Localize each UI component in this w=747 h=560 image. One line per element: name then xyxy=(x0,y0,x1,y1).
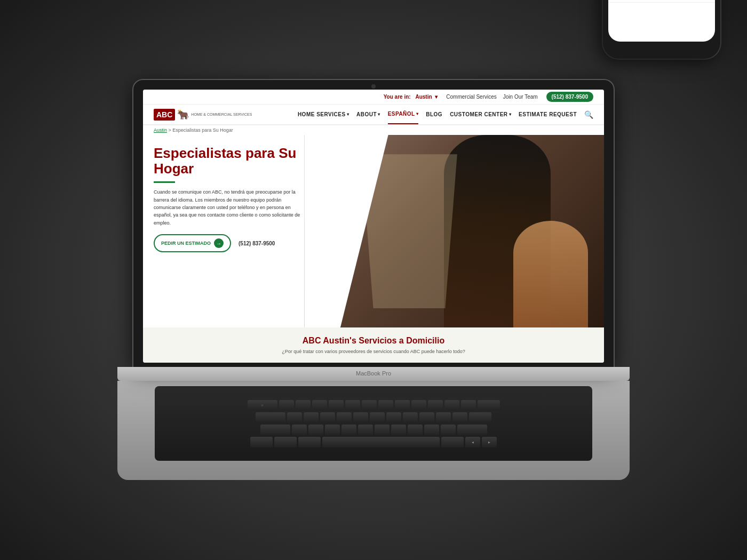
key-j[interactable] xyxy=(386,412,401,423)
nav-links: HOME SERVICES ▾ ABOUT ▾ ESPAÑOL ▾ BLOG xyxy=(261,105,593,124)
logo-animal-icon: 🐂 xyxy=(177,109,189,121)
section-subtitle: ¿Por qué tratar con varios proveedores d… xyxy=(154,349,593,354)
keyboard-area: ⌘ xyxy=(117,381,630,480)
hero-body: Cuando se comunique con ABC, no tendrá q… xyxy=(154,188,303,227)
key-left[interactable]: ◀ xyxy=(465,437,480,447)
key-backspace[interactable] xyxy=(478,400,500,411)
key-y[interactable] xyxy=(362,400,377,411)
nav-home-services[interactable]: HOME SERVICES ▾ xyxy=(298,105,349,124)
logo[interactable]: ABC 🐂 HOME & COMMERCIAL SERVICES xyxy=(154,106,252,124)
key-x[interactable] xyxy=(308,425,323,435)
key-comma[interactable] xyxy=(408,425,423,435)
search-icon[interactable]: 🔍 xyxy=(584,110,593,119)
key-option-r[interactable] xyxy=(441,437,464,447)
cta-arrow-icon: → xyxy=(214,238,224,248)
location-pill[interactable]: You are in: Austin ▾ xyxy=(384,94,438,100)
key-u[interactable] xyxy=(378,400,393,411)
join-team-link[interactable]: Join Our Team xyxy=(503,94,538,100)
nav-estimate-request[interactable]: ESTIMATE REQUEST xyxy=(519,105,577,124)
phone-content: ABC Austin's Servicios aDomicilio ¿Por q… xyxy=(608,0,715,42)
section-title: ABC Austin's Servicios a Domicilio xyxy=(154,336,593,346)
key-w[interactable] xyxy=(296,400,311,411)
key-shift-r[interactable] xyxy=(457,425,487,435)
nav-blog[interactable]: BLOG xyxy=(426,105,442,124)
key-space[interactable] xyxy=(322,437,440,447)
key-z[interactable] xyxy=(292,425,307,435)
key-semi[interactable] xyxy=(436,412,451,423)
key-n[interactable] xyxy=(375,425,390,435)
key-slash[interactable] xyxy=(441,425,456,435)
key-q[interactable] xyxy=(279,400,294,411)
key-h[interactable] xyxy=(370,412,385,423)
key-v[interactable] xyxy=(341,425,356,435)
key-o[interactable] xyxy=(411,400,426,411)
commercial-services-link[interactable]: Commercial Services xyxy=(446,94,496,100)
hero-cta: PEDIR UN ESTIMADO → (512) 837-9500 xyxy=(154,234,324,252)
key-p[interactable] xyxy=(428,400,443,411)
nav-customer-center[interactable]: CUSTOMER CENTER ▾ xyxy=(450,105,511,124)
breadcrumb-current: Especialistas para Su Hogar xyxy=(172,127,233,133)
phone-screen: 10:17 ▌▌▌ WiFi 🔋 ABC Austin's Servicios … xyxy=(608,0,715,42)
key-l[interactable] xyxy=(419,412,434,423)
key-k[interactable] xyxy=(403,412,418,423)
location-label: You are in: xyxy=(384,94,411,100)
nav-espanol[interactable]: ESPAÑOL ▾ xyxy=(388,105,419,124)
key-tab[interactable]: ⌘ xyxy=(248,400,277,411)
keyboard: ⌘ xyxy=(155,386,592,461)
key-t[interactable] xyxy=(345,400,360,411)
key-c[interactable] xyxy=(325,425,340,435)
phone-mockup: 10:17 ▌▌▌ WiFi 🔋 ABC Austin's Servicios … xyxy=(603,0,720,59)
service-item-reparacion[interactable]: 🏠 Reparación de xyxy=(608,0,715,3)
key-a[interactable] xyxy=(287,412,302,423)
key-bracket-r[interactable] xyxy=(461,400,476,411)
cta-label: PEDIR UN ESTIMADO xyxy=(161,241,211,246)
key-f[interactable] xyxy=(337,412,352,423)
key-r[interactable] xyxy=(329,400,344,411)
breadcrumb: Austin > Especialistas para Su Hogar xyxy=(143,125,604,135)
key-caps[interactable] xyxy=(256,412,285,423)
hero-title: Especialistas para Su Hogar xyxy=(154,146,324,176)
key-b[interactable] xyxy=(358,425,373,435)
hero-phone[interactable]: (512) 837-9500 xyxy=(239,241,275,246)
key-quote[interactable] xyxy=(452,412,467,423)
hero-divider xyxy=(154,181,175,183)
location-value: Austin xyxy=(415,94,432,100)
macbook-base xyxy=(117,367,630,381)
logo-subtext: HOME & COMMERCIAL SERVICES xyxy=(191,112,252,117)
key-d[interactable] xyxy=(320,412,335,423)
key-i[interactable] xyxy=(395,400,410,411)
top-bar: You are in: Austin ▾ Commercial Services… xyxy=(143,90,604,105)
nav-about[interactable]: ABOUT ▾ xyxy=(356,105,380,124)
key-enter[interactable] xyxy=(469,412,491,423)
key-g[interactable] xyxy=(353,412,368,423)
key-period[interactable] xyxy=(424,425,439,435)
key-right[interactable]: ▶ xyxy=(482,437,497,447)
top-bar-links: Commercial Services Join Our Team xyxy=(446,94,537,100)
key-e[interactable] xyxy=(312,400,327,411)
key-m[interactable] xyxy=(391,425,406,435)
cta-button[interactable]: PEDIR UN ESTIMADO → xyxy=(154,234,231,252)
hero-content: Especialistas para Su Hogar Cuando se co… xyxy=(143,135,335,327)
key-shift-l[interactable] xyxy=(260,425,290,435)
key-fn[interactable] xyxy=(250,437,273,447)
hero-section: Especialistas para Su Hogar Cuando se co… xyxy=(143,135,604,327)
key-ctrl[interactable] xyxy=(274,437,297,447)
phone-button[interactable]: (512) 837-9500 xyxy=(546,92,593,102)
bottom-section: ABC Austin's Servicios a Domicilio ¿Por … xyxy=(143,327,604,363)
key-bracket-l[interactable] xyxy=(444,400,459,411)
breadcrumb-home[interactable]: Austin xyxy=(154,127,167,133)
key-option[interactable] xyxy=(298,437,321,447)
key-s[interactable] xyxy=(304,412,319,423)
main-nav: ABC 🐂 HOME & COMMERCIAL SERVICES HOME SE… xyxy=(143,105,604,125)
logo-badge: ABC xyxy=(154,109,175,121)
